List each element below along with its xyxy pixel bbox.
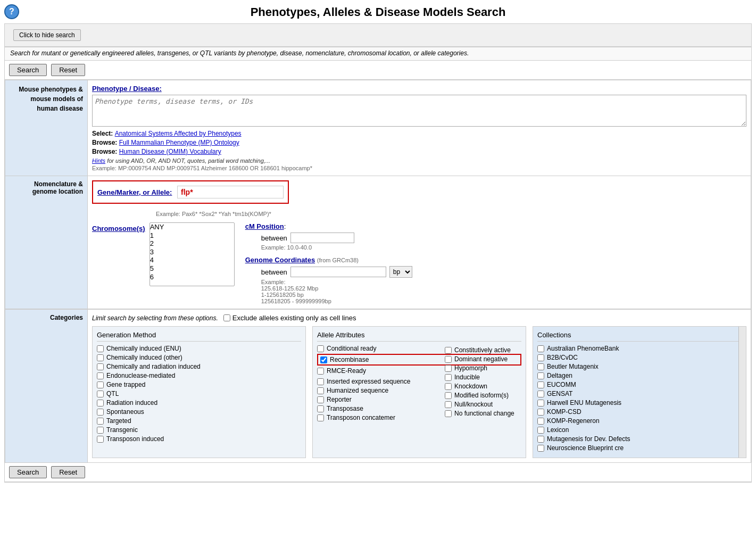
list-item: Inducible (445, 374, 521, 381)
help-icon[interactable]: ? (4, 4, 19, 19)
transposon-induced-checkbox[interactable] (97, 436, 104, 443)
nomenclature-row-label: Nomenclature & genome location (5, 176, 88, 309)
list-item: Mutagenesis for Dev. Defects (537, 435, 742, 443)
list-item: Chemically induced (ENU) (97, 345, 301, 352)
hide-search-button[interactable]: Click to hide search (13, 29, 81, 41)
transposon-concatemer-checkbox[interactable] (317, 414, 324, 421)
phenotype-content: Phenotype / Disease: Select: Anatomical … (88, 80, 751, 176)
b2b-cvdc-checkbox[interactable] (537, 354, 544, 361)
cm-example: Example: 10.0-40.0 (261, 244, 746, 251)
dominant-negative-checkbox[interactable] (445, 356, 452, 363)
list-item: Neuroscience Blueprint cre (537, 444, 742, 452)
three-columns: Generation Method Chemically induced (EN… (92, 326, 746, 458)
hints-link[interactable]: Hints (92, 157, 105, 164)
nomenclature-row: Nomenclature & genome location Gene/Mark… (5, 176, 751, 309)
radiation-checkbox[interactable] (97, 400, 104, 406)
genome-coords-label[interactable]: Genome Coordinates (245, 256, 315, 264)
search-panel: Click to hide search Search for mutant o… (4, 23, 752, 483)
genome-coords-note: (from GRCm38) (317, 257, 359, 263)
chem-other-checkbox[interactable] (97, 354, 104, 361)
phenotype-row-label: Mouse phenotypes & mouse models of human… (5, 80, 88, 176)
list-item: Dominant negative (445, 355, 521, 363)
targeted-checkbox[interactable] (97, 418, 104, 425)
list-item: QTL (97, 390, 301, 397)
komp-regeneron-checkbox[interactable] (537, 418, 544, 425)
list-item: Transgenic (97, 426, 301, 434)
exclude-checkbox[interactable] (223, 314, 230, 321)
chromosome-label[interactable]: Chromosome(s) (92, 225, 145, 233)
list-item: GENSAT (537, 390, 742, 397)
list-item: KOMP-Regeneron (537, 417, 742, 425)
list-item: Transposon induced (97, 435, 301, 443)
genome-between-row: between bp kb Mb (261, 266, 746, 278)
no-functional-change-checkbox[interactable] (445, 410, 452, 417)
search-button-bottom[interactable]: Search (9, 466, 47, 478)
spontaneous-checkbox[interactable] (97, 409, 104, 416)
qtl-checkbox[interactable] (97, 391, 104, 397)
phenotype-disease-link[interactable]: Phenotype / Disease: (92, 85, 162, 93)
phenotype-textarea[interactable] (92, 95, 746, 127)
conditional-ready-checkbox[interactable] (317, 345, 324, 352)
gene-trapped-checkbox[interactable] (97, 381, 104, 388)
komp-csd-checkbox[interactable] (537, 409, 544, 416)
transposase-checkbox[interactable] (317, 405, 324, 412)
anatomical-systems-link[interactable]: Anatomical Systems Affected by Phenotype… (115, 130, 242, 137)
recombinase-checkbox[interactable] (320, 356, 327, 363)
cm-position-label[interactable]: cM Position (245, 222, 284, 230)
harwell-enu-checkbox[interactable] (537, 400, 544, 406)
categories-table: Categories Limit search by selecting fro… (5, 309, 751, 463)
list-item: Hypomorph (445, 364, 521, 372)
modified-isoform-checkbox[interactable] (445, 392, 452, 399)
collections-column: Collections Australian PhenomeBank B2B/C… (533, 326, 746, 458)
exclude-checkbox-label[interactable]: Exclude alleles existing only as cell li… (223, 314, 356, 322)
chromosome-select[interactable]: ANY 1 2 3 4 5 6 (149, 222, 235, 286)
null-knockout-checkbox[interactable] (445, 401, 452, 408)
eucomm-checkbox[interactable] (537, 381, 544, 388)
genome-coords-block: Genome Coordinates (from GRCm38) between… (245, 256, 746, 304)
allele-attributes-column: Allele Attributes Conditional ready Reco… (312, 326, 526, 458)
endonuclease-checkbox[interactable] (97, 372, 104, 379)
list-item: Targeted (97, 417, 301, 425)
chromosome-section: Chromosome(s) ANY 1 2 3 4 5 6 (92, 222, 235, 286)
limit-exclude-row: Limit search by selecting from these opt… (92, 314, 746, 322)
chem-radiation-checkbox[interactable] (97, 363, 104, 370)
knockdown-checkbox[interactable] (445, 383, 452, 390)
gene-marker-input[interactable] (177, 186, 284, 198)
genome-coords-input[interactable] (290, 267, 386, 277)
transgenic-checkbox[interactable] (97, 427, 104, 434)
neuroscience-blueprint-checkbox[interactable] (537, 445, 544, 452)
cm-input[interactable] (290, 233, 354, 243)
reporter-checkbox[interactable] (317, 396, 324, 403)
hypomorph-checkbox[interactable] (445, 365, 452, 372)
list-item: KOMP-CSD (537, 408, 742, 416)
omim-vocabulary-link[interactable]: Human Disease (OMIM) Vocabulary (119, 148, 221, 155)
lexicon-checkbox[interactable] (537, 427, 544, 434)
beutler-mutagenix-checkbox[interactable] (537, 363, 544, 370)
list-item: No functional change (445, 410, 521, 417)
genome-unit-select[interactable]: bp kb Mb (389, 266, 412, 278)
rmce-ready-checkbox[interactable] (317, 368, 324, 375)
constitutively-active-checkbox[interactable] (445, 347, 452, 354)
reset-button-bottom[interactable]: Reset (51, 466, 85, 478)
deltagen-checkbox[interactable] (537, 372, 544, 379)
hints-row: Hints for using AND, OR, AND NOT, quotes… (92, 157, 746, 164)
gensat-checkbox[interactable] (537, 391, 544, 397)
reset-button-top[interactable]: Reset (51, 64, 85, 76)
generation-method-column: Generation Method Chemically induced (EN… (92, 326, 306, 458)
inserted-expressed-checkbox[interactable] (317, 378, 324, 385)
list-item: B2B/CvDC (537, 354, 742, 361)
mp-ontology-link[interactable]: Full Mammalian Phenotype (MP) Ontology (119, 139, 239, 146)
mutagenesis-dev-checkbox[interactable] (537, 436, 544, 443)
gene-marker-label[interactable]: Gene/Marker, or Allele: (97, 188, 172, 196)
browse1-row: Browse: Full Mammalian Phenotype (MP) On… (92, 139, 746, 146)
chem-enu-checkbox[interactable] (97, 345, 104, 352)
inducible-checkbox[interactable] (445, 374, 452, 381)
australian-phenomebank-checkbox[interactable] (537, 345, 544, 352)
humanized-checkbox[interactable] (317, 387, 324, 394)
list-item: Beutler Mutagenix (537, 363, 742, 370)
scrollbar[interactable] (738, 327, 746, 458)
categories-content: Limit search by selecting from these opt… (88, 310, 751, 463)
list-item: Deltagen (537, 372, 742, 379)
search-button-top[interactable]: Search (9, 64, 47, 76)
allele-attributes-header: Allele Attributes (317, 331, 521, 342)
